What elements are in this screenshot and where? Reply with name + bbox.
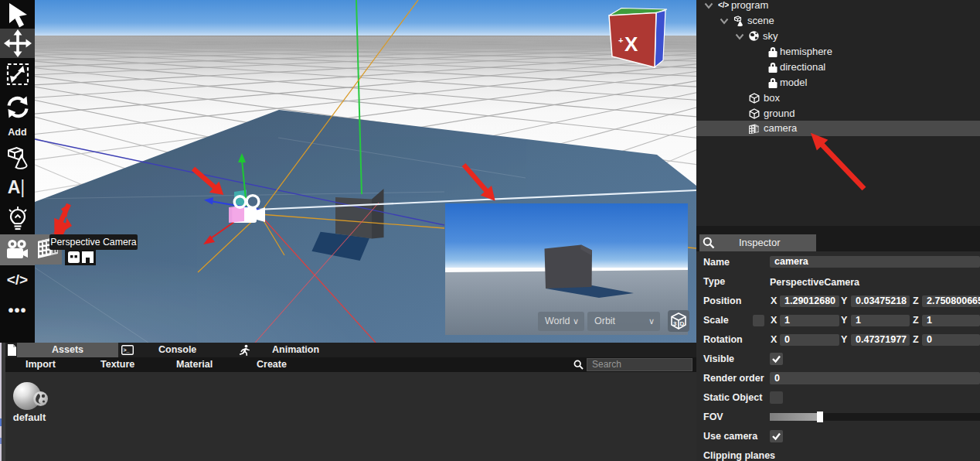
svg-text:>_: >_: [124, 347, 130, 353]
svg-text:D: D: [680, 320, 685, 327]
svg-text:3: 3: [673, 320, 677, 327]
